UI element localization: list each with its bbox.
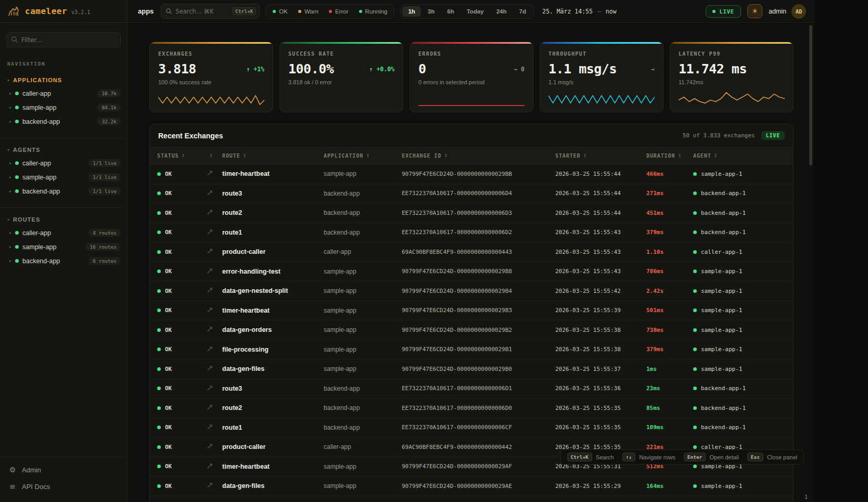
- sidebar-item[interactable]: ▸ sample-app 1/1 live: [0, 170, 127, 184]
- table-row[interactable]: OK product-caller caller-app: [150, 242, 793, 262]
- status-filter-button[interactable]: Running: [354, 6, 392, 17]
- table-row[interactable]: OK route1 backend-app: [150, 418, 793, 438]
- sidebar-item[interactable]: ▸ sample-app 16 routes: [0, 240, 127, 254]
- table-row[interactable]: OK file-processing sample-app: [150, 340, 793, 360]
- time-range-button[interactable]: 3h: [422, 6, 440, 17]
- time-range-button[interactable]: 6h: [441, 6, 459, 17]
- column-header[interactable]: APPLICATION ↕: [324, 153, 402, 159]
- date-range-picker[interactable]: 25. März 14:55 — now: [542, 8, 617, 15]
- app-frame: cameleer v3.2.1 NAVIGATION ▾ APPLICATION…: [0, 0, 814, 502]
- column-label: STATUS: [157, 153, 179, 159]
- sidebar-item-badge: 1/1 live: [88, 187, 121, 195]
- live-toggle[interactable]: LIVE: [706, 5, 741, 18]
- table-row[interactable]: OK data-gen-files sample-app: [150, 477, 793, 496]
- table-row[interactable]: OK route3 backend-app: [150, 379, 793, 399]
- column-header[interactable]: STATUS ↕: [157, 153, 207, 159]
- stat-card[interactable]: SUCCESS RATE 100.0% ↑ +0.0% 3.818 ok / 0…: [279, 42, 403, 112]
- column-header[interactable]: STARTED ↕: [555, 153, 646, 159]
- stat-card[interactable]: THROUGHPUT 1.1 msg/s → 1.1 msg/s: [540, 42, 663, 112]
- filter-input[interactable]: [6, 32, 121, 47]
- sidebar-item-badge: 32.2k: [97, 118, 121, 125]
- column-header[interactable]: AGENT ↕: [693, 153, 786, 159]
- route-icon: [207, 190, 213, 196]
- time-range-button[interactable]: Today: [461, 6, 490, 17]
- sidebar-item-label: backend-app: [22, 118, 94, 125]
- sidebar-item-label: caller-app: [22, 229, 85, 237]
- vertical-scrollbar-thumb[interactable]: [809, 25, 812, 165]
- stat-card[interactable]: ERRORS 0 → 0 0 errors in selected period: [410, 42, 533, 112]
- sidebar-item[interactable]: ▸ caller-app 1/1 live: [0, 156, 127, 170]
- time-range-button[interactable]: 1h: [402, 6, 420, 17]
- status-filter-button[interactable]: OK: [268, 6, 292, 17]
- table-row[interactable]: OK route1 backend-app: [150, 223, 793, 243]
- column-header[interactable]: ↕: [207, 153, 222, 158]
- status-filter-button[interactable]: Error: [324, 6, 353, 17]
- sidebar-item[interactable]: ▸ backend-app 6 routes: [0, 254, 127, 268]
- column-header[interactable]: ROUTE ↕: [222, 153, 324, 159]
- route-name: product-caller: [222, 248, 324, 255]
- column-header[interactable]: DURATION ↕: [646, 153, 693, 159]
- table-row[interactable]: OK route2 backend-app: [150, 398, 793, 418]
- column-label: AGENT: [693, 153, 711, 159]
- route-cell-icon: [207, 189, 222, 198]
- time-range-button[interactable]: 24h: [491, 6, 513, 17]
- exchange-id: 90799F47E6CD24D-00000000000029B8: [402, 268, 555, 275]
- application-name: sample-app: [324, 268, 402, 275]
- table-row[interactable]: OK error-handling-test sample-app: [150, 262, 793, 282]
- section-header-applications[interactable]: ▾ APPLICATIONS: [0, 74, 127, 86]
- section-header-routes[interactable]: ▾ ROUTES: [0, 213, 127, 226]
- stat-card[interactable]: LATENCY P99 11.742 ms 11.742ms: [670, 42, 794, 112]
- stat-card-trend: →: [651, 66, 655, 73]
- started-timestamp: 2026-03-25 15:55:44: [555, 210, 646, 216]
- table-row[interactable]: OK data-gen-files sample-app: [150, 359, 793, 379]
- table-row[interactable]: OK data-gen-orders sample-app: [150, 320, 793, 340]
- status-dot: [157, 230, 161, 234]
- route-name: route2: [222, 209, 324, 216]
- section-header-agents[interactable]: ▾ AGENTS: [0, 144, 127, 156]
- table-row[interactable]: OK route3 backend-app: [150, 184, 793, 204]
- global-search[interactable]: Ctrl+K: [161, 4, 260, 19]
- status-label: OK: [165, 405, 172, 411]
- time-range-button[interactable]: 7d: [514, 6, 532, 17]
- agent-name: sample-app-1: [701, 366, 742, 372]
- table-row[interactable]: OK route2 backend-app: [150, 203, 793, 223]
- theme-toggle[interactable]: ☀: [747, 4, 762, 18]
- chevron-right-icon: ▸: [9, 105, 11, 110]
- status-dot: [15, 175, 19, 179]
- status-cell: OK: [157, 405, 207, 411]
- avatar[interactable]: AD: [792, 4, 806, 19]
- search-input[interactable]: [175, 8, 229, 15]
- agent-name: backend-app-1: [701, 210, 746, 216]
- route-name: data-gen-nested-split: [222, 287, 324, 294]
- status-filter-label: Warn: [304, 8, 318, 15]
- status-dot: [157, 308, 161, 312]
- table-row[interactable]: OK timer-heartbeat sample-app: [150, 164, 793, 184]
- sidebar-item-label: caller-app: [22, 160, 85, 167]
- agent-status-dot: [693, 484, 697, 488]
- sidebar-item[interactable]: ▸ sample-app 84.1k: [0, 100, 127, 114]
- sidebar-item[interactable]: ▸ caller-app 4 routes: [0, 226, 127, 240]
- started-timestamp: 2026-03-25 15:55:43: [555, 229, 646, 236]
- sidebar-item[interactable]: ▸ backend-app 1/1 live: [0, 184, 127, 198]
- status-dot: [157, 426, 161, 429]
- status-filter-group: OK Warn Error: [266, 4, 394, 19]
- card-accent-bar: [410, 42, 533, 44]
- admin-link[interactable]: ⚙ Admin: [0, 461, 127, 478]
- keyboard-hint: Enter Open detail: [684, 453, 739, 461]
- sidebar-item[interactable]: ▸ caller-app 10.7k: [0, 86, 127, 100]
- chevron-right-icon: ▸: [9, 161, 11, 165]
- status-filter-button[interactable]: Warn: [293, 6, 323, 17]
- table-row[interactable]: OK timer-heartbeat sample-app: [150, 301, 793, 321]
- live-dot: [712, 10, 716, 13]
- navigation-label: NAVIGATION: [7, 61, 120, 67]
- application-name: sample-app: [324, 482, 402, 490]
- stat-card[interactable]: EXCHANGES 3.818 ↑ +1% 100.0% success rat…: [149, 42, 273, 112]
- api-docs-link[interactable]: ≡ API Docs: [0, 478, 127, 495]
- column-header[interactable]: EXCHANGE ID ↕: [402, 153, 555, 159]
- status-dot: [157, 289, 161, 293]
- date-to: now: [606, 8, 617, 15]
- table-row[interactable]: OK data-gen-nested-split sample-app: [150, 281, 793, 301]
- sparkline-chart: [418, 89, 525, 107]
- route-cell-icon: [207, 208, 222, 217]
- sidebar-item[interactable]: ▸ backend-app 32.2k: [0, 114, 127, 128]
